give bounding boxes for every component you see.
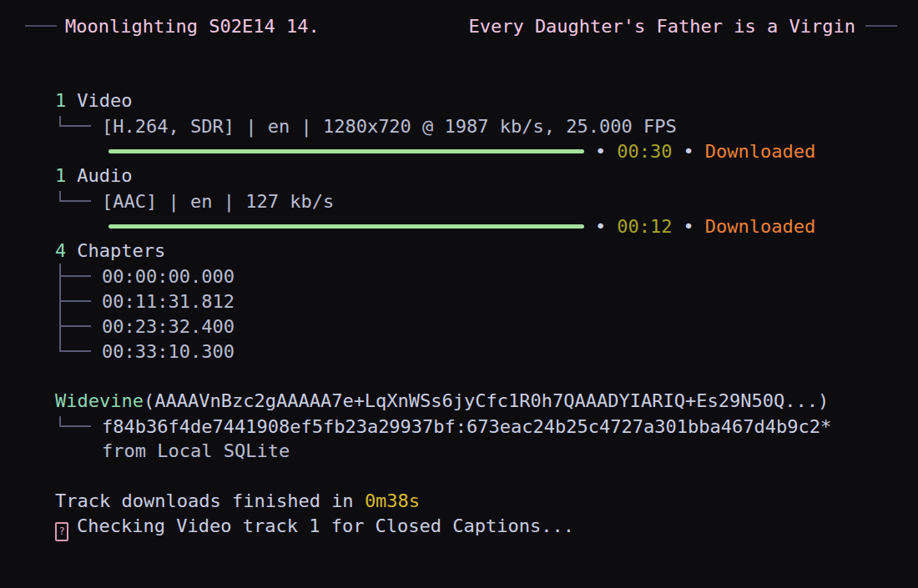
bullet-icon: • — [595, 141, 606, 162]
tree-corner-icon — [55, 414, 102, 439]
tree-corner-icon — [55, 339, 102, 364]
chapter-row: 00:23:32.400 — [0, 314, 918, 339]
downloads-finished-duration: 0m38s — [365, 490, 420, 511]
series-title: Moonlighting S02E14 14. — [65, 16, 320, 37]
title-rule: Moonlighting S02E14 14. Every Daughter's… — [0, 13, 918, 38]
audio-status-badge: Downloaded — [705, 216, 815, 237]
drm-header: Widevine(AAAAVnBzc2gAAAAA7e+LqXnWSs6jyCf… — [0, 389, 918, 414]
chapters-count: 4 — [55, 240, 66, 261]
chapters-header: 4Chapters — [0, 239, 918, 264]
checking-line: ?Checking Video track 1 for Closed Capti… — [0, 514, 918, 539]
blank-line — [0, 464, 918, 489]
video-status-badge: Downloaded — [705, 141, 815, 162]
drm-scheme: Widevine — [55, 390, 144, 411]
terminal-window: Moonlighting S02E14 14. Every Daughter's… — [0, 0, 918, 588]
audio-progress-row: • 00:12 • Downloaded — [0, 214, 918, 239]
chapter-row: 00:00:00.000 — [0, 264, 918, 289]
drm-key-source: from Local SQLite — [55, 440, 290, 461]
rule-line-left — [25, 25, 57, 27]
blank-line — [0, 364, 918, 389]
downloads-finished-line: Track downloads finished in 0m38s — [0, 489, 918, 514]
tree-branch-icon — [55, 264, 102, 289]
bullet-icon: • — [683, 141, 694, 162]
tree-corner-icon — [55, 113, 102, 138]
tree-branch-icon — [55, 314, 102, 339]
blank-line — [0, 38, 918, 63]
video-track-info: [H.264, SDR] | en | 1280x720 @ 1987 kb/s… — [102, 116, 677, 137]
video-track-header: 1Video — [0, 88, 918, 113]
audio-track-type-label: Audio — [77, 165, 132, 186]
video-elapsed-time: 00:30 — [617, 141, 672, 162]
audio-progress-bar — [108, 224, 584, 229]
audio-track-info-row: [AAC] | en | 127 kb/s — [0, 188, 918, 214]
video-track-info-row: [H.264, SDR] | en | 1280x720 @ 1987 kb/s… — [0, 113, 918, 138]
video-track-count: 1 — [55, 90, 66, 111]
chapters-label: Chapters — [77, 240, 165, 261]
audio-track-count: 1 — [55, 165, 66, 186]
bullet-icon: • — [595, 216, 606, 237]
drm-key-source-row: from Local SQLite — [0, 439, 918, 464]
spinner-icon: ? — [55, 522, 68, 541]
tree-corner-icon — [55, 188, 102, 214]
audio-track-info: [AAC] | en | 127 kb/s — [102, 191, 334, 212]
checking-message: Checking Video track 1 for Closed Captio… — [77, 515, 574, 536]
rule-line-right — [865, 25, 897, 27]
drm-key-row: f84b36f4de7441908ef5fb23a29937bf:673eac2… — [0, 414, 918, 439]
chapter-timestamp: 00:33:10.300 — [102, 341, 235, 362]
audio-elapsed-time: 00:12 — [617, 216, 672, 237]
tree-branch-icon — [55, 289, 102, 314]
video-progress-bar — [108, 149, 584, 153]
video-track-type-label: Video — [77, 90, 132, 111]
chapter-row: 00:33:10.300 — [0, 339, 918, 364]
chapter-row: 00:11:31.812 — [0, 289, 918, 314]
drm-pssh: (AAAAVnBzc2gAAAAA7e+LqXnWSs6jyCfc1R0h7QA… — [144, 390, 829, 411]
audio-track-header: 1Audio — [0, 163, 918, 188]
downloads-finished-text: Track downloads finished in — [55, 490, 365, 511]
chapter-timestamp: 00:23:32.400 — [102, 316, 235, 337]
video-progress-row: • 00:30 • Downloaded — [0, 138, 918, 163]
chapter-timestamp: 00:00:00.000 — [102, 266, 235, 287]
chapter-timestamp: 00:11:31.812 — [102, 291, 235, 312]
bullet-icon: • — [683, 216, 694, 237]
blank-line — [0, 63, 918, 88]
episode-title: Every Daughter's Father is a Virgin — [468, 16, 855, 37]
drm-content-key: f84b36f4de7441908ef5fb23a29937bf:673eac2… — [102, 416, 831, 437]
